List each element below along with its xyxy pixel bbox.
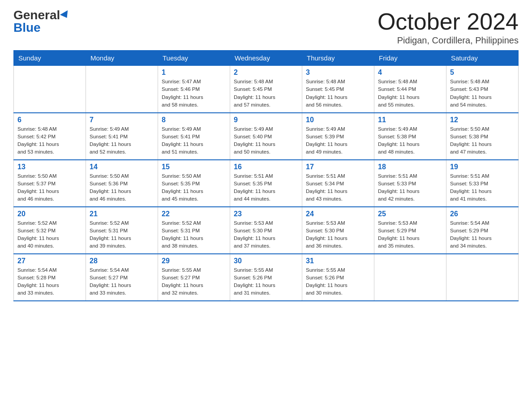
day-number: 21 [90, 210, 154, 218]
calendar-cell: 29Sunrise: 5:55 AMSunset: 5:27 PMDayligh… [158, 254, 230, 301]
col-header-friday: Friday [374, 51, 446, 66]
calendar-cell: 20Sunrise: 5:52 AMSunset: 5:32 PMDayligh… [14, 207, 86, 254]
calendar-cell: 15Sunrise: 5:50 AMSunset: 5:35 PMDayligh… [158, 160, 230, 207]
calendar-cell: 21Sunrise: 5:52 AMSunset: 5:31 PMDayligh… [86, 207, 158, 254]
day-info: Sunrise: 5:52 AMSunset: 5:31 PMDaylight:… [90, 219, 154, 250]
day-info: Sunrise: 5:54 AMSunset: 5:29 PMDaylight:… [450, 219, 515, 250]
day-number: 20 [17, 210, 82, 218]
calendar-cell [14, 66, 86, 113]
day-number: 29 [162, 257, 226, 265]
day-info: Sunrise: 5:54 AMSunset: 5:27 PMDaylight:… [90, 266, 154, 297]
day-info: Sunrise: 5:48 AMSunset: 5:43 PMDaylight:… [450, 78, 515, 109]
calendar-cell: 31Sunrise: 5:55 AMSunset: 5:26 PMDayligh… [302, 254, 374, 301]
calendar-cell: 7Sunrise: 5:49 AMSunset: 5:41 PMDaylight… [86, 113, 158, 160]
calendar-cell: 23Sunrise: 5:53 AMSunset: 5:30 PMDayligh… [230, 207, 302, 254]
day-number: 13 [17, 163, 82, 171]
day-number: 22 [162, 210, 226, 218]
logo: General Blue [13, 9, 70, 34]
day-number: 23 [234, 210, 298, 218]
logo-triangle-icon [60, 10, 71, 20]
day-number: 19 [450, 163, 515, 171]
calendar-cell: 12Sunrise: 5:50 AMSunset: 5:38 PMDayligh… [446, 113, 519, 160]
day-info: Sunrise: 5:55 AMSunset: 5:26 PMDaylight:… [306, 266, 370, 297]
day-number: 18 [378, 163, 442, 171]
day-info: Sunrise: 5:51 AMSunset: 5:34 PMDaylight:… [306, 172, 370, 203]
day-info: Sunrise: 5:48 AMSunset: 5:42 PMDaylight:… [17, 125, 82, 156]
logo-blue-text: Blue [13, 21, 41, 34]
calendar-week-1: 1Sunrise: 5:47 AMSunset: 5:46 PMDaylight… [14, 66, 519, 113]
calendar-cell: 3Sunrise: 5:48 AMSunset: 5:45 PMDaylight… [302, 66, 374, 113]
day-number: 26 [450, 210, 515, 218]
calendar-cell [374, 254, 446, 301]
day-info: Sunrise: 5:53 AMSunset: 5:30 PMDaylight:… [306, 219, 370, 250]
day-info: Sunrise: 5:52 AMSunset: 5:32 PMDaylight:… [17, 219, 82, 250]
month-title: October 2024 [378, 9, 519, 34]
day-info: Sunrise: 5:49 AMSunset: 5:41 PMDaylight:… [162, 125, 226, 156]
calendar-week-3: 13Sunrise: 5:50 AMSunset: 5:37 PMDayligh… [14, 160, 519, 207]
day-number: 4 [378, 68, 442, 77]
calendar-cell: 6Sunrise: 5:48 AMSunset: 5:42 PMDaylight… [14, 113, 86, 160]
calendar-cell: 8Sunrise: 5:49 AMSunset: 5:41 PMDaylight… [158, 113, 230, 160]
day-info: Sunrise: 5:48 AMSunset: 5:44 PMDaylight:… [378, 78, 442, 109]
calendar-cell: 26Sunrise: 5:54 AMSunset: 5:29 PMDayligh… [446, 207, 519, 254]
day-number: 11 [378, 116, 442, 124]
calendar-cell: 30Sunrise: 5:55 AMSunset: 5:26 PMDayligh… [230, 254, 302, 301]
day-number: 16 [234, 163, 298, 171]
day-number: 17 [306, 163, 370, 171]
day-info: Sunrise: 5:49 AMSunset: 5:40 PMDaylight:… [234, 125, 298, 156]
day-number: 25 [378, 210, 442, 218]
calendar-week-4: 20Sunrise: 5:52 AMSunset: 5:32 PMDayligh… [14, 207, 519, 254]
title-block: October 2024 Pidigan, Cordillera, Philip… [378, 9, 519, 46]
day-info: Sunrise: 5:50 AMSunset: 5:38 PMDaylight:… [450, 125, 515, 156]
day-number: 31 [306, 257, 370, 265]
calendar-cell: 4Sunrise: 5:48 AMSunset: 5:44 PMDaylight… [374, 66, 446, 113]
day-info: Sunrise: 5:49 AMSunset: 5:39 PMDaylight:… [306, 125, 370, 156]
day-info: Sunrise: 5:50 AMSunset: 5:36 PMDaylight:… [90, 172, 154, 203]
day-info: Sunrise: 5:48 AMSunset: 5:45 PMDaylight:… [234, 78, 298, 109]
calendar-cell [446, 254, 519, 301]
col-header-thursday: Thursday [302, 51, 374, 66]
day-info: Sunrise: 5:55 AMSunset: 5:26 PMDaylight:… [234, 266, 298, 297]
calendar-cell: 13Sunrise: 5:50 AMSunset: 5:37 PMDayligh… [14, 160, 86, 207]
day-number: 24 [306, 210, 370, 218]
day-number: 9 [234, 116, 298, 124]
day-number: 12 [450, 116, 515, 124]
col-header-saturday: Saturday [446, 51, 519, 66]
day-info: Sunrise: 5:48 AMSunset: 5:45 PMDaylight:… [306, 78, 370, 109]
calendar-cell: 2Sunrise: 5:48 AMSunset: 5:45 PMDaylight… [230, 66, 302, 113]
calendar-cell: 19Sunrise: 5:51 AMSunset: 5:33 PMDayligh… [446, 160, 519, 207]
day-info: Sunrise: 5:51 AMSunset: 5:33 PMDaylight:… [450, 172, 515, 203]
header: General Blue October 2024 Pidigan, Cordi… [13, 9, 519, 46]
day-info: Sunrise: 5:54 AMSunset: 5:28 PMDaylight:… [17, 266, 82, 297]
calendar-cell: 9Sunrise: 5:49 AMSunset: 5:40 PMDaylight… [230, 113, 302, 160]
day-number: 3 [306, 68, 370, 77]
day-number: 2 [234, 68, 298, 77]
calendar-cell: 14Sunrise: 5:50 AMSunset: 5:36 PMDayligh… [86, 160, 158, 207]
calendar-table: SundayMondayTuesdayWednesdayThursdayFrid… [13, 50, 519, 301]
calendar-cell: 1Sunrise: 5:47 AMSunset: 5:46 PMDaylight… [158, 66, 230, 113]
day-info: Sunrise: 5:55 AMSunset: 5:27 PMDaylight:… [162, 266, 226, 297]
col-header-sunday: Sunday [14, 51, 86, 66]
day-number: 28 [90, 257, 154, 265]
calendar-cell: 25Sunrise: 5:53 AMSunset: 5:29 PMDayligh… [374, 207, 446, 254]
day-number: 5 [450, 68, 515, 77]
calendar-cell: 24Sunrise: 5:53 AMSunset: 5:30 PMDayligh… [302, 207, 374, 254]
day-info: Sunrise: 5:52 AMSunset: 5:31 PMDaylight:… [162, 219, 226, 250]
calendar-header-row: SundayMondayTuesdayWednesdayThursdayFrid… [14, 51, 519, 66]
day-info: Sunrise: 5:49 AMSunset: 5:41 PMDaylight:… [90, 125, 154, 156]
day-number: 7 [90, 116, 154, 124]
day-number: 6 [17, 116, 82, 124]
col-header-monday: Monday [86, 51, 158, 66]
day-info: Sunrise: 5:51 AMSunset: 5:35 PMDaylight:… [234, 172, 298, 203]
day-info: Sunrise: 5:53 AMSunset: 5:29 PMDaylight:… [378, 219, 442, 250]
day-number: 8 [162, 116, 226, 124]
day-info: Sunrise: 5:50 AMSunset: 5:35 PMDaylight:… [162, 172, 226, 203]
day-number: 27 [17, 257, 82, 265]
calendar-cell: 10Sunrise: 5:49 AMSunset: 5:39 PMDayligh… [302, 113, 374, 160]
calendar-cell: 18Sunrise: 5:51 AMSunset: 5:33 PMDayligh… [374, 160, 446, 207]
day-number: 15 [162, 163, 226, 171]
calendar-cell: 16Sunrise: 5:51 AMSunset: 5:35 PMDayligh… [230, 160, 302, 207]
calendar-cell: 17Sunrise: 5:51 AMSunset: 5:34 PMDayligh… [302, 160, 374, 207]
day-info: Sunrise: 5:51 AMSunset: 5:33 PMDaylight:… [378, 172, 442, 203]
day-info: Sunrise: 5:47 AMSunset: 5:46 PMDaylight:… [162, 78, 226, 109]
